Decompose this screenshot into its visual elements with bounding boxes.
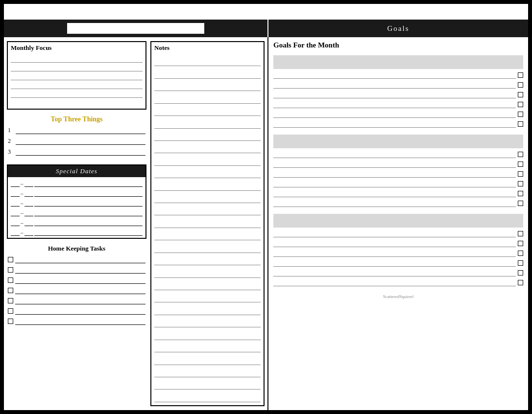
num-line-3	[16, 148, 145, 156]
hk-item	[8, 297, 145, 304]
monthly-focus-label: Monthly Focus	[11, 44, 143, 52]
goal-checkbox[interactable]	[518, 241, 523, 246]
hk-checkbox[interactable]	[8, 308, 13, 314]
num-1: 1	[8, 127, 14, 134]
note-line	[154, 116, 261, 128]
left-col1: Monthly Focus Top Three Things 1	[7, 41, 146, 406]
note-line	[154, 178, 261, 190]
hk-checkbox[interactable]	[8, 277, 13, 283]
note-line	[154, 253, 261, 265]
goal-checkbox[interactable]	[518, 82, 523, 88]
note-line	[154, 278, 261, 290]
goal-checkbox[interactable]	[518, 171, 523, 177]
goal-checkbox[interactable]	[518, 102, 523, 107]
goal-checkbox[interactable]	[518, 280, 523, 285]
notes-box: Notes	[150, 41, 265, 406]
goal-group-header-1	[273, 55, 523, 69]
goal-row	[273, 170, 523, 178]
special-dates-body: – – – –	[8, 177, 145, 238]
hk-item	[8, 286, 145, 294]
hk-checkbox[interactable]	[8, 288, 13, 293]
goal-checkbox[interactable]	[518, 231, 523, 236]
special-dates-header: Special Dates	[8, 165, 145, 177]
focus-line	[11, 63, 143, 71]
goal-row	[273, 189, 523, 197]
goal-checkbox[interactable]	[518, 72, 523, 78]
goal-row	[273, 259, 523, 267]
notes-label: Notes	[151, 42, 264, 54]
hk-checkbox[interactable]	[8, 298, 13, 303]
goal-group-2	[273, 135, 523, 207]
note-line	[154, 340, 261, 352]
goal-checkbox[interactable]	[518, 251, 523, 256]
hk-checkbox[interactable]	[8, 267, 13, 273]
goal-row	[273, 180, 523, 187]
note-line	[154, 203, 261, 215]
num-line-1	[16, 126, 145, 134]
date-row: –	[11, 199, 143, 207]
focus-line	[11, 89, 143, 98]
goal-checkbox[interactable]	[518, 201, 523, 206]
goal-row	[273, 160, 523, 168]
month-input[interactable]	[67, 23, 204, 34]
left-panel: Monthly Focus Top Three Things 1	[4, 37, 268, 410]
header-left	[4, 20, 268, 37]
goal-row	[273, 150, 523, 158]
goal-row	[273, 120, 523, 128]
goal-row	[273, 278, 523, 286]
top-three-item-1: 1	[8, 126, 145, 134]
top-three-item-2: 2	[8, 137, 145, 145]
goal-checkbox[interactable]	[518, 181, 523, 186]
notes-lines	[151, 54, 264, 405]
goal-checkbox[interactable]	[518, 92, 523, 97]
goal-checkbox[interactable]	[518, 121, 523, 127]
note-line	[154, 302, 261, 315]
goal-checkbox[interactable]	[518, 152, 523, 157]
note-line	[154, 104, 261, 116]
date-row: –	[11, 189, 143, 197]
hk-checkbox[interactable]	[8, 257, 13, 262]
date-row: –	[11, 179, 143, 187]
goal-checkbox[interactable]	[518, 270, 523, 276]
hk-item	[8, 317, 145, 325]
main-content: Monthly Focus Top Three Things 1	[4, 37, 528, 410]
note-line	[154, 365, 261, 377]
monthly-focus-box: Monthly Focus	[7, 41, 146, 110]
goal-checkbox[interactable]	[518, 191, 523, 196]
top-three-item-3: 3	[8, 148, 145, 156]
header-right-goals: Goals	[268, 20, 528, 37]
goal-row	[273, 239, 523, 247]
special-dates-box: Special Dates – – –	[7, 164, 146, 239]
goal-group-3	[273, 214, 523, 286]
note-line	[154, 141, 261, 153]
num-2: 2	[8, 138, 14, 145]
page-container: Goals Monthly Focus	[4, 4, 528, 410]
goal-row	[273, 199, 523, 207]
goal-row	[273, 91, 523, 98]
goal-checkbox[interactable]	[518, 112, 523, 117]
goal-checkbox[interactable]	[518, 260, 523, 266]
goal-checkbox[interactable]	[518, 161, 523, 167]
goal-row	[273, 230, 523, 237]
hk-checkbox[interactable]	[8, 319, 13, 324]
goal-row	[273, 81, 523, 89]
goal-group-header-3	[273, 214, 523, 228]
note-line	[154, 215, 261, 228]
note-line	[154, 315, 261, 327]
num-3: 3	[8, 148, 14, 156]
home-keeping-title: Home Keeping Tasks	[8, 245, 145, 253]
note-line	[154, 352, 261, 365]
hk-item	[8, 255, 145, 263]
note-line	[154, 390, 261, 402]
goal-row	[273, 71, 523, 79]
goals-month-title: Goals For the Month	[273, 41, 523, 49]
note-line	[154, 153, 261, 165]
right-panel: Goals For the Month	[268, 37, 528, 410]
note-line	[154, 191, 261, 203]
watermark: ScatteredSquirrel	[273, 293, 523, 300]
top-bar	[4, 4, 528, 20]
home-keeping-section: Home Keeping Tasks	[7, 243, 146, 329]
notes-column: Notes	[150, 41, 265, 406]
note-line	[154, 228, 261, 240]
hk-item	[8, 307, 145, 315]
